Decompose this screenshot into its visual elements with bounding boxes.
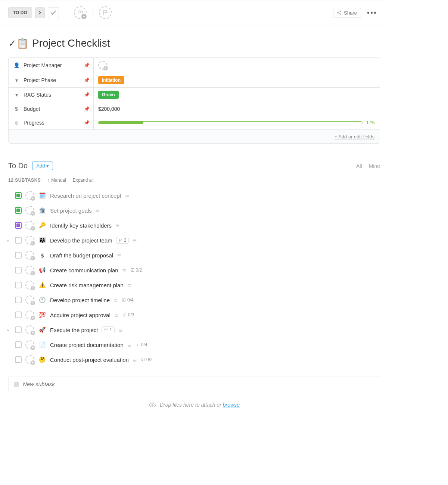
task-assignee-button[interactable] bbox=[25, 355, 34, 364]
task-assignee-button[interactable] bbox=[25, 281, 34, 290]
assignee-add-button[interactable]: + bbox=[74, 6, 87, 19]
pin-icon[interactable]: 📌 bbox=[84, 106, 90, 112]
task-title[interactable]: Execute the project bbox=[50, 327, 98, 333]
description-icon[interactable]: ≣ bbox=[127, 282, 132, 288]
add-subtask-button[interactable]: Add ▾ bbox=[32, 162, 53, 170]
description-icon[interactable]: ≣ bbox=[115, 222, 120, 228]
field-project-phase: ▾ Project Phase 📌 Initiation bbox=[9, 73, 380, 88]
assign-person-icon[interactable] bbox=[98, 61, 107, 70]
new-subtask-row[interactable] bbox=[8, 376, 380, 392]
description-icon[interactable]: ≣ bbox=[117, 252, 121, 258]
description-icon[interactable]: ≣ bbox=[133, 237, 137, 243]
pin-icon[interactable]: 📌 bbox=[84, 78, 90, 83]
new-subtask-input[interactable] bbox=[23, 381, 374, 387]
task-row[interactable]: 🕘Develop project timeline≣☑0/4 bbox=[8, 292, 380, 307]
page-title[interactable]: Project Checklist bbox=[32, 37, 110, 49]
more-menu-button[interactable]: ••• bbox=[364, 9, 380, 17]
task-assignee-button[interactable] bbox=[25, 340, 34, 349]
description-icon[interactable]: ≣ bbox=[118, 327, 123, 333]
task-row[interactable]: ▸🚀Execute the project1≣ bbox=[8, 322, 380, 337]
attachment-drop-area[interactable]: Drop files here to attach or browse bbox=[0, 392, 388, 410]
task-assignee-button[interactable] bbox=[25, 266, 34, 275]
task-status-checkbox[interactable] bbox=[15, 326, 22, 333]
status-button[interactable]: TO DO bbox=[8, 7, 32, 18]
expand-caret-icon[interactable]: ▸ bbox=[7, 328, 11, 332]
task-row[interactable]: 🗓️Research on project concept≣ bbox=[8, 188, 380, 203]
task-title[interactable]: Identify key stakeholders bbox=[50, 222, 112, 229]
task-title[interactable]: Draft the budget proposal bbox=[50, 252, 113, 259]
field-value-rag-status[interactable]: Green bbox=[94, 88, 380, 102]
task-row[interactable]: 💯Acquire project approval≣☑0/3 bbox=[8, 307, 380, 322]
priority-flag-button[interactable] bbox=[99, 6, 112, 19]
expand-caret-icon[interactable]: ▸ bbox=[7, 238, 11, 242]
task-status-checkbox[interactable] bbox=[15, 237, 22, 244]
filter-all[interactable]: All bbox=[356, 163, 362, 169]
task-status-checkbox[interactable] bbox=[15, 222, 22, 229]
field-value-budget[interactable]: $200,000 bbox=[94, 102, 380, 116]
task-status-checkbox[interactable] bbox=[15, 341, 22, 348]
mark-complete-button[interactable] bbox=[48, 7, 59, 18]
task-status-checkbox[interactable] bbox=[15, 192, 22, 199]
task-assignee-button[interactable] bbox=[25, 236, 34, 245]
task-status-checkbox[interactable] bbox=[15, 356, 22, 363]
task-title[interactable]: Develop the project team bbox=[50, 237, 112, 244]
sort-button[interactable]: ↑ Manual bbox=[47, 178, 66, 183]
task-row[interactable]: 🔑Identify key stakeholders≣ bbox=[8, 218, 380, 233]
field-value-progress[interactable]: 17% bbox=[94, 116, 380, 129]
browse-link[interactable]: browse bbox=[223, 402, 240, 408]
add-edit-fields-link[interactable]: + Add or edit fields bbox=[335, 134, 374, 140]
task-status-checkbox[interactable] bbox=[15, 252, 22, 259]
task-status-checkbox[interactable] bbox=[15, 207, 22, 214]
pin-icon[interactable]: 📌 bbox=[84, 92, 90, 97]
task-title[interactable]: Create communication plan bbox=[50, 267, 118, 273]
task-status-checkbox[interactable] bbox=[15, 282, 22, 288]
task-status-checkbox[interactable] bbox=[15, 297, 22, 303]
checklist-count[interactable]: ☑0/2 bbox=[130, 267, 142, 273]
share-button[interactable]: Share bbox=[333, 8, 361, 18]
task-title[interactable]: Acquire project approval bbox=[50, 312, 111, 318]
description-icon[interactable]: ≣ bbox=[127, 342, 132, 348]
field-value-project-phase[interactable]: Initiation bbox=[94, 73, 380, 87]
pin-icon[interactable]: 📌 bbox=[84, 63, 90, 68]
checklist-count[interactable]: ☑0/3 bbox=[122, 312, 134, 317]
status-dropdown[interactable] bbox=[35, 7, 45, 18]
pin-icon[interactable]: 📌 bbox=[84, 120, 90, 125]
task-title[interactable]: Create risk management plan bbox=[50, 282, 124, 288]
task-assignee-button[interactable] bbox=[25, 191, 34, 200]
task-title[interactable]: Conduct post-project evaluation bbox=[50, 357, 129, 363]
filter-mine[interactable]: Mine bbox=[369, 163, 380, 169]
description-icon[interactable]: ≣ bbox=[114, 312, 119, 318]
task-row[interactable]: ⚠️Create risk management plan≣ bbox=[8, 278, 380, 292]
task-title[interactable]: Research on project concept bbox=[50, 193, 121, 199]
task-row[interactable]: 📢Create communication plan≣☑0/2 bbox=[8, 263, 380, 278]
checklist-count[interactable]: ☑0/4 bbox=[136, 342, 147, 347]
task-status-checkbox[interactable] bbox=[15, 267, 22, 273]
task-title[interactable]: Develop project timeline bbox=[50, 297, 110, 303]
task-row[interactable]: 🏛️Set project goals≣ bbox=[8, 203, 380, 218]
checklist-count[interactable]: ☑0/2 bbox=[141, 357, 153, 362]
description-icon[interactable]: ≣ bbox=[125, 193, 130, 198]
task-status-checkbox[interactable] bbox=[15, 312, 22, 318]
task-assignee-button[interactable] bbox=[25, 325, 34, 334]
description-icon[interactable]: ≣ bbox=[122, 267, 127, 273]
checklist-count[interactable]: ☑0/4 bbox=[122, 297, 134, 303]
task-row[interactable]: 📄Create project documentation≣☑0/4 bbox=[8, 337, 380, 352]
task-row[interactable]: $Draft the budget proposal≣ bbox=[8, 248, 380, 263]
description-icon[interactable]: ≣ bbox=[96, 207, 100, 213]
subtask-count-pill[interactable]: 2 bbox=[116, 237, 129, 244]
task-assignee-button[interactable] bbox=[25, 206, 34, 215]
field-value-project-manager[interactable] bbox=[94, 58, 380, 73]
task-assignee-button[interactable] bbox=[25, 295, 34, 304]
expand-all-button[interactable]: Expand all bbox=[73, 178, 94, 183]
task-row[interactable]: 🤔Conduct post-project evaluation≣☑0/2 bbox=[8, 352, 380, 367]
task-row[interactable]: ▸👨‍👩‍👧Develop the project team2≣ bbox=[8, 233, 380, 248]
task-assignee-button[interactable] bbox=[25, 310, 34, 319]
subtask-count-pill[interactable]: 1 bbox=[102, 326, 115, 333]
task-title[interactable]: Set project goals bbox=[50, 207, 92, 214]
custom-fields: 👤 Project Manager 📌 ▾ Project Phase 📌 In… bbox=[8, 57, 380, 144]
task-title[interactable]: Create project documentation bbox=[50, 342, 124, 348]
task-assignee-button[interactable] bbox=[25, 221, 34, 230]
task-assignee-button[interactable] bbox=[25, 251, 34, 260]
description-icon[interactable]: ≣ bbox=[113, 297, 118, 303]
description-icon[interactable]: ≣ bbox=[133, 357, 137, 363]
